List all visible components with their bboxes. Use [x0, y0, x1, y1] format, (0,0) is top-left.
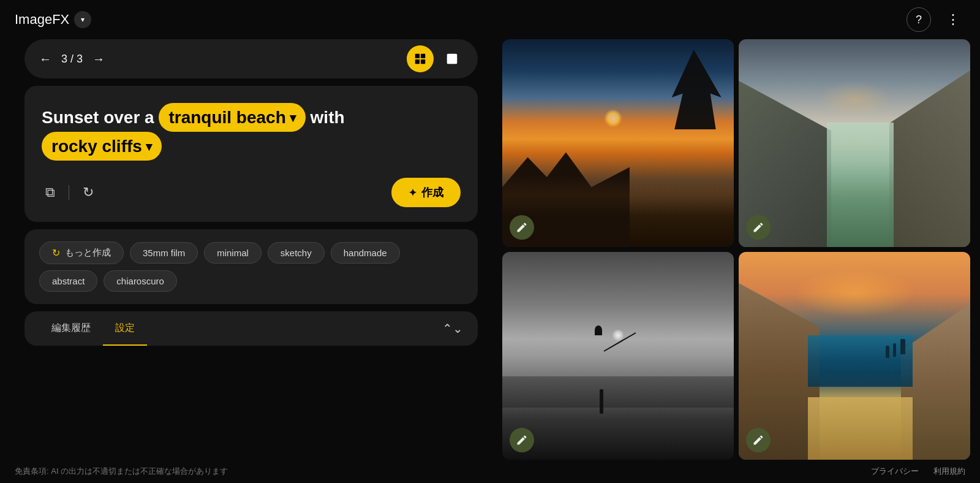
style-section: ↻ もっと作成 35mm film minimal sketchy handma…	[24, 229, 478, 304]
left-panel: ← 3 / 3 →	[0, 39, 502, 460]
edit-icon-3	[516, 434, 528, 446]
svg-rect-0	[415, 54, 420, 58]
chip-chevron-icon: ▾	[290, 109, 296, 126]
star-icon: ✦	[409, 187, 417, 199]
page-counter: 3 / 3	[61, 53, 83, 66]
more-label: もっと作成	[65, 247, 111, 259]
image-cell-3	[502, 252, 734, 460]
style-chip-label: chiaroscuro	[116, 276, 164, 286]
app-header: ImageFX ▾ ? ⋮	[0, 0, 980, 39]
nav-left: ← 3 / 3 →	[37, 50, 107, 69]
copy-button[interactable]: ⧉	[42, 181, 59, 204]
help-icon: ?	[916, 13, 922, 26]
style-chips-container: ↻ もっと作成 35mm film minimal sketchy handma…	[39, 242, 463, 292]
navigation-bar: ← 3 / 3 →	[24, 39, 478, 78]
more-icon: ⋮	[946, 12, 960, 28]
grid-view-button[interactable]	[407, 45, 434, 72]
next-button[interactable]: →	[90, 50, 107, 69]
style-chip-sketchy[interactable]: sketchy	[268, 242, 325, 264]
chip-rocky-cliffs[interactable]: rocky cliffs ▾	[42, 132, 162, 161]
app-dropdown-button[interactable]: ▾	[74, 11, 91, 28]
single-view-icon	[445, 52, 459, 66]
header-actions: ? ⋮	[907, 7, 965, 32]
style-chip-label: abstract	[52, 276, 85, 286]
prompt-text: Sunset over a tranquil beach ▾ with rock…	[42, 103, 461, 161]
chip-label: rocky cliffs	[51, 134, 142, 158]
edit-button-2[interactable]	[746, 215, 771, 240]
app-title: ImageFX	[15, 12, 69, 28]
edit-icon-2	[752, 221, 764, 234]
refresh-button[interactable]: ↻	[79, 181, 97, 204]
more-create-button[interactable]: ↻ もっと作成	[39, 242, 124, 264]
chip-chevron-icon: ▾	[146, 138, 152, 155]
style-chip-label: minimal	[217, 248, 249, 258]
expand-icon: ⌃⌄	[442, 322, 463, 335]
edit-icon-4	[752, 434, 764, 446]
create-label: 作成	[421, 185, 443, 200]
tab-settings-label: 設定	[115, 322, 135, 333]
svg-rect-3	[421, 59, 425, 64]
chip-tranquil-beach[interactable]: tranquil beach ▾	[159, 103, 305, 132]
refresh-more-icon: ↻	[52, 247, 60, 259]
style-chip-minimal[interactable]: minimal	[204, 242, 262, 264]
help-button[interactable]: ?	[907, 7, 931, 32]
image-grid	[502, 39, 980, 460]
main-content: ← 3 / 3 →	[0, 39, 980, 460]
style-chip-chiaroscuro[interactable]: chiaroscuro	[104, 270, 177, 292]
chevron-down-icon: ▾	[81, 15, 85, 24]
disclaimer-text: 免責条項: AI の出力は不適切または不正確な場合があります	[15, 466, 228, 477]
prompt-with: with	[311, 108, 345, 127]
prompt-icon-group: ⧉ ↻	[42, 181, 97, 204]
svg-rect-1	[421, 54, 425, 58]
edit-button-3[interactable]	[510, 428, 534, 452]
image-cell-2	[739, 39, 970, 247]
style-chip-handmade[interactable]: handmade	[331, 242, 400, 264]
prompt-prefix: Sunset over a	[42, 108, 154, 127]
prompt-actions: ⧉ ↻ ✦ 作成	[42, 178, 461, 207]
prompt-area: Sunset over a tranquil beach ▾ with rock…	[24, 86, 478, 222]
svg-rect-2	[415, 59, 420, 64]
chip-label: tranquil beach	[168, 105, 285, 129]
image-cell-4	[739, 252, 970, 460]
edit-icon-1	[516, 221, 528, 234]
style-chip-abstract[interactable]: abstract	[39, 270, 97, 292]
terms-link[interactable]: 利用規約	[933, 466, 965, 477]
prev-button[interactable]: ←	[37, 50, 54, 69]
tab-history[interactable]: 編集履歴	[39, 312, 103, 346]
nav-right	[407, 45, 466, 72]
expand-button[interactable]: ⌃⌄	[442, 321, 463, 336]
copy-icon: ⧉	[45, 184, 55, 200]
style-chip-label: sketchy	[281, 248, 312, 258]
edit-button-4[interactable]	[746, 428, 771, 452]
privacy-link[interactable]: プライバシー	[871, 466, 919, 477]
tab-settings[interactable]: 設定	[103, 312, 147, 346]
logo-area: ImageFX ▾	[15, 11, 91, 28]
single-view-button[interactable]	[439, 45, 466, 72]
create-button[interactable]: ✦ 作成	[391, 178, 461, 207]
more-options-button[interactable]: ⋮	[941, 7, 965, 32]
app-footer: 免責条項: AI の出力は不適切または不正確な場合があります プライバシー 利用…	[0, 460, 980, 483]
bottom-tabs: 編集履歴 設定 ⌃⌄	[24, 311, 478, 346]
tab-history-label: 編集履歴	[51, 322, 91, 333]
style-chip-label: 35mm film	[143, 248, 185, 258]
style-chip-label: handmade	[344, 248, 387, 258]
image-cell-1	[502, 39, 734, 247]
grid-icon	[413, 52, 427, 66]
tab-list: 編集履歴 設定	[39, 312, 147, 346]
footer-links: プライバシー 利用規約	[871, 466, 965, 477]
edit-button-1[interactable]	[510, 215, 534, 240]
divider	[69, 185, 69, 200]
refresh-icon: ↻	[83, 184, 94, 200]
style-chip-35mm[interactable]: 35mm film	[130, 242, 198, 264]
